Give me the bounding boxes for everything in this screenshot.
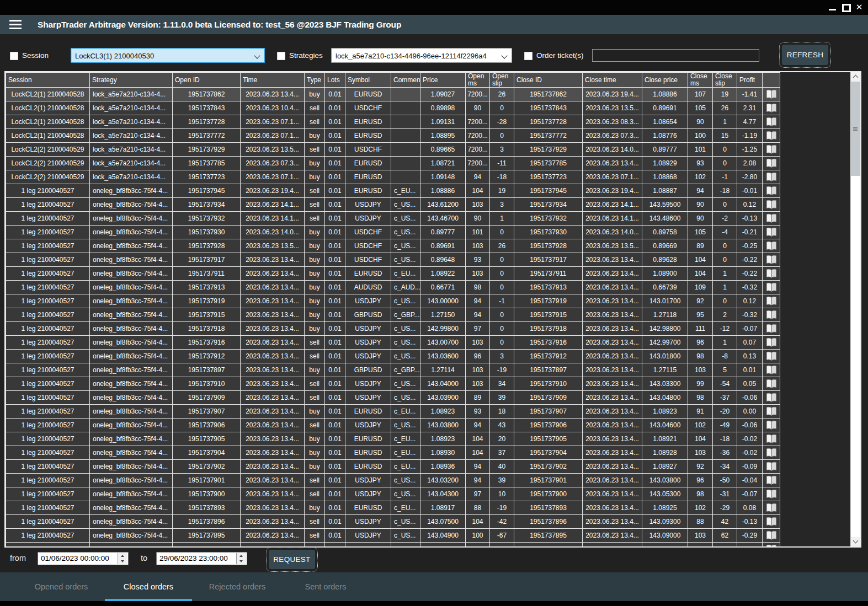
open-book-icon[interactable] [763, 88, 780, 101]
col-header-comment[interactable]: Comment [391, 73, 420, 88]
table-row[interactable]: 1 leg 2100040527oneleg_bf8fb3cc-75f4-4..… [6, 184, 780, 198]
tab-sent-orders[interactable]: Sent orders [282, 572, 369, 601]
tab-closed-orders[interactable]: Closed orders [105, 572, 192, 601]
open-book-icon[interactable] [763, 391, 780, 405]
col-header-session[interactable]: Session [6, 73, 90, 88]
open-book-icon[interactable] [763, 226, 780, 239]
scrollbar-up-button[interactable] [851, 72, 860, 82]
open-book-icon[interactable] [763, 350, 780, 363]
table-row[interactable]: 1 leg 2100040527oneleg_bf8fb3cc-75f4-4..… [6, 501, 780, 515]
open-book-icon[interactable] [763, 515, 780, 529]
order-tickets-checkbox[interactable] [524, 52, 532, 60]
open-book-icon[interactable] [763, 157, 780, 170]
open-book-icon[interactable] [763, 363, 780, 377]
session-checkbox[interactable] [10, 52, 18, 60]
open-book-icon[interactable] [763, 184, 780, 198]
table-row[interactable]: 1 leg 2100040527oneleg_bf8fb3cc-75f4-4..… [6, 281, 780, 294]
table-row[interactable]: 1 leg 2100040527oneleg_bf8fb3cc-75f4-4..… [6, 529, 780, 543]
open-book-icon[interactable] [763, 501, 780, 515]
open-book-icon[interactable] [763, 529, 780, 543]
open-book-icon[interactable] [763, 474, 780, 487]
table-row[interactable]: 1 leg 2100040527oneleg_bf8fb3cc-75f4-4..… [6, 377, 780, 391]
open-book-icon[interactable] [763, 322, 780, 336]
to-date-input[interactable]: 29/06/2023 23:00:00 [156, 552, 247, 565]
open-book-icon[interactable] [763, 253, 780, 267]
table-row[interactable]: LockCL2(1) 2100040528lock_a5e7a210-c134-… [6, 88, 780, 101]
table-row[interactable]: 1 leg 2100040527oneleg_bf8fb3cc-75f4-4..… [6, 336, 780, 350]
col-header-open_ms[interactable]: Open ms [466, 73, 490, 88]
col-header-close_time[interactable]: Close time [583, 73, 642, 88]
tab-opened-orders[interactable]: Opened orders [18, 572, 105, 601]
table-row[interactable]: 1 leg 2100040527oneleg_bf8fb3cc-75f4-4..… [6, 212, 780, 226]
strategies-checkbox[interactable] [277, 52, 285, 60]
table-row[interactable]: 1 leg 2100040527oneleg_bf8fb3cc-75f4-4..… [6, 198, 780, 212]
spinner-down-button[interactable] [118, 559, 127, 564]
open-book-icon[interactable] [763, 198, 780, 212]
col-header-close_ms[interactable]: Close ms [688, 73, 713, 88]
table-row[interactable]: 1 leg 2100040527oneleg_bf8fb3cc-75f4-4..… [6, 460, 780, 474]
vertical-scrollbar[interactable] [850, 72, 860, 546]
table-row[interactable]: LockCL2(2) 2100040529lock_a5e7a210-c134-… [6, 157, 780, 170]
table-row[interactable]: 1 leg 2100040527oneleg_bf8fb3cc-75f4-4..… [6, 253, 780, 267]
open-book-icon[interactable] [763, 308, 780, 322]
table-row[interactable]: 1 leg 2100040527oneleg_bf8fb3cc-75f4-4..… [6, 350, 780, 363]
refresh-button[interactable]: REFRESH [782, 45, 828, 65]
col-header-close_slip[interactable]: Close slip [713, 73, 737, 88]
minimize-button[interactable] [826, 0, 839, 15]
table-row[interactable]: 1 leg 2100040527oneleg_bf8fb3cc-75f4-4..… [6, 391, 780, 405]
open-book-icon[interactable] [763, 239, 780, 253]
table-row[interactable]: 1 leg 2100040527oneleg_bf8fb3cc-75f4-4..… [6, 515, 780, 529]
open-book-icon[interactable] [763, 419, 780, 432]
scrollbar-thumb[interactable] [851, 82, 860, 176]
strategies-select[interactable]: lock_a5e7a210-c134-4496-96ee-12114f2296a… [331, 48, 512, 63]
open-book-icon[interactable] [763, 405, 780, 419]
open-book-icon[interactable] [763, 487, 780, 501]
table-row[interactable]: 1 leg 2100040527oneleg_bf8fb3cc-75f4-4..… [6, 432, 780, 446]
open-book-icon[interactable] [763, 294, 780, 308]
col-header-type[interactable]: Type [305, 73, 325, 88]
open-book-icon[interactable] [763, 143, 780, 157]
open-book-icon[interactable] [763, 267, 780, 281]
open-book-icon[interactable] [763, 460, 780, 474]
table-row[interactable]: 1 leg 2100040527oneleg_bf8fb3cc-75f4-4..… [6, 474, 780, 487]
order-ticket-input[interactable] [592, 49, 759, 62]
table-row[interactable]: LockCL2(1) 2100040528lock_a5e7a210-c134-… [6, 115, 780, 129]
maximize-button[interactable] [839, 0, 853, 15]
request-button[interactable]: REQUEST [269, 550, 315, 569]
tab-rejected-orders[interactable]: Rejected orders [194, 572, 281, 601]
open-book-icon[interactable] [763, 543, 780, 548]
table-row[interactable]: 1 leg 2100040527oneleg_bf8fb3cc-75f4-4..… [6, 308, 780, 322]
open-book-icon[interactable] [763, 115, 780, 129]
open-book-icon[interactable] [763, 281, 780, 294]
open-book-icon[interactable] [763, 432, 780, 446]
from-date-input[interactable]: 01/06/2023 00:00:00 [38, 552, 129, 565]
table-row[interactable]: 1 leg 2100040527oneleg_bf8fb3cc-75f4-4..… [6, 226, 780, 239]
open-book-icon[interactable] [763, 212, 780, 226]
table-row[interactable]: 1 leg 2100040527oneleg_bf8fb3cc-75f4-4..… [6, 294, 780, 308]
col-header-time[interactable]: Time [241, 73, 305, 88]
table-row[interactable]: LockCL2(2) 2100040529lock_a5e7a210-c134-… [6, 143, 780, 157]
menu-button[interactable] [9, 20, 22, 29]
spinner-down-button[interactable] [237, 559, 246, 564]
table-row[interactable]: LockCL2(1) 2100040528lock_a5e7a210-c134-… [6, 129, 780, 143]
open-book-icon[interactable] [763, 336, 780, 350]
col-header-symbol[interactable]: Symbol [345, 73, 391, 88]
col-header-profit[interactable]: Profit [737, 73, 763, 88]
col-header-close_id[interactable]: Close ID [514, 73, 583, 88]
session-select[interactable]: LockCL3(1) 2100040530 [71, 48, 265, 63]
table-row[interactable]: 1 leg 2100040527oneleg_bf8fb3cc-75f4-4..… [6, 543, 780, 548]
open-book-icon[interactable] [763, 446, 780, 460]
table-row[interactable]: 1 leg 2100040527oneleg_bf8fb3cc-75f4-4..… [6, 419, 780, 432]
col-header-open_slip[interactable]: Open slip [490, 73, 514, 88]
open-book-icon[interactable] [763, 377, 780, 391]
table-row[interactable]: 1 leg 2100040527oneleg_bf8fb3cc-75f4-4..… [6, 322, 780, 336]
col-header-open_id[interactable]: Open ID [173, 73, 241, 88]
col-header-strategy[interactable]: Strategy [90, 73, 173, 88]
open-book-icon[interactable] [763, 129, 780, 143]
open-book-icon[interactable] [763, 101, 780, 115]
close-button[interactable]: ✕ [853, 0, 866, 15]
table-row[interactable]: 1 leg 2100040527oneleg_bf8fb3cc-75f4-4..… [6, 363, 780, 377]
col-header-lots[interactable]: Lots [325, 73, 345, 88]
table-row[interactable]: 1 leg 2100040527oneleg_bf8fb3cc-75f4-4..… [6, 267, 780, 281]
scrollbar-down-button[interactable] [851, 537, 860, 546]
